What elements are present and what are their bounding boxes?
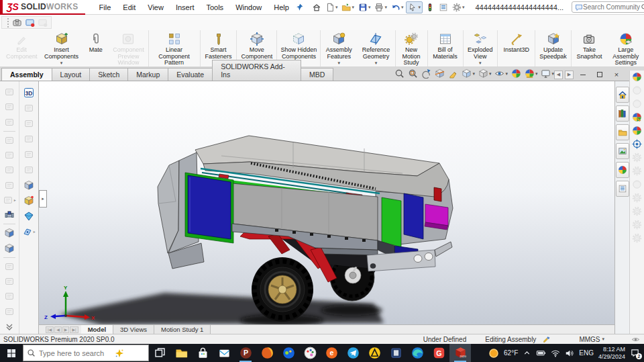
taskbar-app-paint-3d[interactable] xyxy=(299,344,321,362)
language-indicator[interactable]: ENG xyxy=(579,349,594,357)
3d-model-canvas[interactable]: Y X Z xyxy=(39,81,614,324)
take-snapshot-button[interactable]: Take Snapshot xyxy=(571,30,608,66)
doc-restore-button[interactable] xyxy=(592,69,607,81)
clock[interactable]: 8:12 AM 4/29/2024 xyxy=(598,346,625,360)
reference-geometry-button[interactable]: Reference Geometry▾ xyxy=(357,30,394,66)
visibility-status-icon[interactable] xyxy=(631,335,640,344)
menu-view[interactable]: View xyxy=(142,1,170,13)
display-style-button[interactable]: ▾ xyxy=(478,69,492,79)
large-assembly-settings-button[interactable]: Large Assembly Settings xyxy=(607,30,644,66)
undo-dropdown-caret[interactable]: ▾ xyxy=(401,5,404,10)
taskbar-search[interactable] xyxy=(23,345,149,361)
insert-components-button[interactable]: Insert Components▾ xyxy=(40,30,83,66)
view-orientation-button[interactable]: ▾ xyxy=(462,69,475,79)
new-motion-study-button[interactable]: New Motion Study xyxy=(395,30,427,66)
tab-sketch[interactable]: Sketch xyxy=(89,68,128,81)
menu-tools[interactable]: Tools xyxy=(200,1,229,13)
zoom-to-area-button[interactable] xyxy=(408,69,418,79)
save-button[interactable]: ▾ xyxy=(357,2,372,13)
taskbar-app-mail[interactable] xyxy=(213,344,235,362)
apply-scene-dropdown-caret[interactable]: ▾ xyxy=(535,71,538,77)
taskbar-app-app-g[interactable]: G xyxy=(428,344,449,362)
taskbar-app-file-explorer[interactable] xyxy=(170,344,192,362)
featuremanager-flyout-tab[interactable]: ▸ xyxy=(39,190,47,208)
display-style-dropdown-caret[interactable]: ▾ xyxy=(489,71,492,77)
left-b-threeD-button-0[interactable]: 3D xyxy=(19,85,38,100)
mate-button[interactable]: Mate xyxy=(83,30,109,66)
graphics-viewport[interactable]: Y X Z xyxy=(39,81,614,324)
left-a-flyout-caret[interactable]: ▸ xyxy=(14,197,16,202)
rebuild-button[interactable] xyxy=(424,2,436,13)
notification-center-icon[interactable]: 2 xyxy=(630,348,640,358)
taskpane-tab-custom-properties[interactable] xyxy=(616,181,629,197)
taskpane-tab-solidworks-resources[interactable] xyxy=(616,87,629,103)
update-speedpak-button[interactable]: Update Speedpak xyxy=(535,30,570,66)
taskbar-app-microsoft-edge[interactable] xyxy=(407,344,428,362)
home-button[interactable] xyxy=(311,2,323,13)
taskbar-app-task-view[interactable] xyxy=(149,344,170,362)
options-button[interactable]: ▾ xyxy=(451,2,466,13)
doc-minimize-button[interactable] xyxy=(576,69,590,81)
doc-forward-icon[interactable]: ▶ xyxy=(565,71,574,79)
model-tab-model[interactable]: Model xyxy=(81,325,113,334)
taskpane-tab-file-explorer[interactable] xyxy=(616,124,629,140)
taskbar-app-app-e[interactable]: e xyxy=(321,344,342,362)
unit-caret[interactable]: ▾ xyxy=(602,336,604,342)
tab-scroll-next-icon[interactable]: ▶ xyxy=(62,326,70,333)
hide-show-items-dropdown-caret[interactable]: ▾ xyxy=(505,71,508,77)
doc-back-icon[interactable]: ◀ xyxy=(554,71,563,79)
tab-layout[interactable]: Layout xyxy=(52,68,91,81)
tab-assembly[interactable]: Assembly xyxy=(1,68,52,81)
tray-expand-icon[interactable] xyxy=(523,349,531,357)
weather-icon[interactable] xyxy=(488,348,499,359)
tab-solidworks-add-ins[interactable]: SOLIDWORKS Add-Ins xyxy=(212,60,301,81)
left-b-flyout-caret[interactable]: ▸ xyxy=(34,229,36,234)
tab-markup[interactable]: Markup xyxy=(127,68,168,81)
edit-scene-icon[interactable] xyxy=(632,112,642,122)
left-a-cubeBlue-button-12[interactable] xyxy=(0,241,19,256)
hide-show-items-button[interactable]: ▾ xyxy=(494,69,508,79)
doc-close-button[interactable]: × xyxy=(609,69,624,81)
record-video-icon[interactable] xyxy=(25,17,35,28)
battery-icon[interactable] xyxy=(536,348,546,358)
view-orientation-dropdown-caret[interactable]: ▾ xyxy=(472,71,475,77)
left-a-chevron-button-18[interactable] xyxy=(0,319,19,334)
assembly-features-dropdown-caret[interactable]: ▾ xyxy=(338,60,341,65)
taskbar-app-media-app[interactable] xyxy=(278,344,299,362)
taskpane-tab-design-library[interactable] xyxy=(616,105,629,122)
wifi-icon[interactable] xyxy=(551,349,560,358)
taskbar-app-firefox[interactable] xyxy=(256,344,278,362)
taskbar-app-microsoft-store[interactable] xyxy=(192,344,213,362)
target-point-icon[interactable] xyxy=(632,139,642,149)
save-dropdown-caret[interactable]: ▾ xyxy=(368,5,371,10)
community-search[interactable]: ▾ xyxy=(572,1,644,13)
model-tab-3d-views[interactable]: 3D Views xyxy=(113,325,154,334)
options-dropdown-caret[interactable]: ▾ xyxy=(462,5,465,10)
linear-component-pattern-button[interactable]: Linear Component Pattern▾ xyxy=(148,30,200,66)
select-dropdown-caret[interactable]: ▾ xyxy=(418,5,421,10)
left-b-cubeOrange-button-7[interactable] xyxy=(19,193,38,208)
search-highlights-sparkle-icon[interactable] xyxy=(115,349,124,358)
model-tab-motion-study-1[interactable]: Motion Study 1 xyxy=(154,325,211,334)
menu-file[interactable]: File xyxy=(93,1,117,13)
bill-of-materials-button[interactable]: Bill of Materials xyxy=(427,30,463,66)
taskbar-search-input[interactable] xyxy=(39,349,111,357)
edit-decal-icon[interactable] xyxy=(632,126,642,136)
insert-components-dropdown-caret[interactable]: ▾ xyxy=(60,60,63,65)
left-a-pipe-button-9[interactable] xyxy=(0,208,19,222)
menu-help[interactable]: Help xyxy=(268,1,295,13)
exploded-view-dropdown-caret[interactable]: ▾ xyxy=(479,60,482,65)
menu-insert[interactable]: Insert xyxy=(170,1,201,13)
select-button[interactable]: ▾ xyxy=(406,1,423,13)
menu-edit[interactable]: Edit xyxy=(117,1,142,13)
community-search-input[interactable] xyxy=(583,3,641,11)
tab-mbd[interactable]: MBD xyxy=(301,68,333,81)
search-icon[interactable] xyxy=(641,3,644,11)
instant3d-button[interactable]: Instant3D xyxy=(497,30,535,66)
previous-view-button[interactable] xyxy=(421,69,431,79)
open-document-dropdown-caret[interactable]: ▾ xyxy=(352,5,354,10)
exploded-view-button[interactable]: Exploded View▾ xyxy=(463,30,497,66)
tab-scroll-prev-icon[interactable]: ◀ xyxy=(54,326,62,333)
taskbar-app-app-p[interactable]: P xyxy=(235,344,256,362)
edit-appearance-button[interactable] xyxy=(511,69,521,79)
